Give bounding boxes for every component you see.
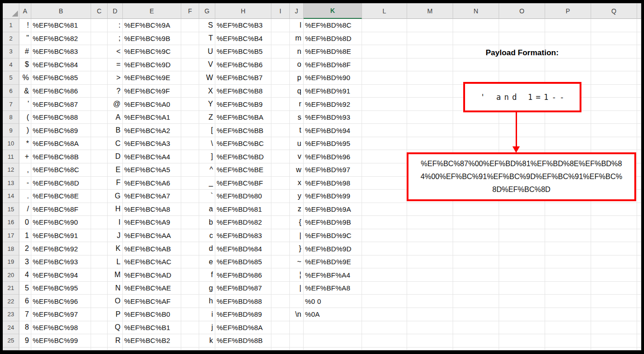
cell-O23[interactable] bbox=[499, 308, 545, 321]
cell-P16[interactable] bbox=[545, 216, 591, 229]
cell-G4[interactable]: V bbox=[199, 58, 215, 72]
cell-P25[interactable] bbox=[545, 334, 591, 348]
cell-B16[interactable]: %EF%BC%90 bbox=[31, 216, 91, 229]
cell-L21[interactable] bbox=[362, 282, 407, 295]
cell-Q19[interactable] bbox=[591, 255, 637, 269]
cell-D10[interactable]: C bbox=[108, 137, 123, 151]
cell-A24[interactable]: 8 bbox=[19, 321, 31, 335]
cell-A2[interactable]: " bbox=[19, 32, 31, 46]
row-header-24[interactable]: 24 bbox=[3, 321, 19, 335]
cell-K23[interactable]: %0A bbox=[304, 308, 362, 321]
cell-G23[interactable]: i bbox=[199, 308, 215, 321]
column-header-O[interactable]: O bbox=[499, 3, 545, 19]
cell-G15[interactable]: a bbox=[199, 203, 215, 216]
cell-H8[interactable]: %EF%BC%BA bbox=[215, 111, 271, 124]
cell-M6[interactable] bbox=[407, 85, 453, 98]
cell-D9[interactable]: B bbox=[108, 124, 123, 137]
cell-L17[interactable] bbox=[362, 229, 407, 243]
cell-M8[interactable] bbox=[407, 111, 453, 124]
cell-C20[interactable] bbox=[91, 268, 108, 282]
cell-K25[interactable] bbox=[304, 334, 362, 348]
cell-P20[interactable] bbox=[545, 268, 591, 282]
cell-N20[interactable] bbox=[453, 268, 499, 282]
cell-G24[interactable]: j bbox=[199, 321, 215, 335]
cell-D12[interactable]: E bbox=[108, 163, 123, 177]
cell-L1[interactable] bbox=[362, 19, 407, 32]
cell-E15[interactable]: %EF%BC%A8 bbox=[123, 203, 181, 216]
cell-H6[interactable]: %EF%BC%B8 bbox=[215, 85, 271, 98]
cell-A5[interactable]: % bbox=[19, 71, 31, 85]
cell-J8[interactable]: s bbox=[290, 111, 304, 124]
cell-C13[interactable] bbox=[91, 177, 108, 190]
cell-B17[interactable]: %EF%BC%91 bbox=[31, 229, 91, 243]
cell-O17[interactable] bbox=[499, 229, 545, 243]
cell-Q21[interactable] bbox=[591, 282, 637, 295]
cell-M23[interactable] bbox=[407, 308, 453, 321]
cell-M20[interactable] bbox=[407, 268, 453, 282]
column-header-L[interactable]: L bbox=[362, 3, 407, 19]
cell-A20[interactable]: 4 bbox=[19, 268, 31, 282]
cell-D22[interactable]: O bbox=[108, 295, 123, 308]
cell-F24[interactable] bbox=[181, 321, 199, 335]
cell-Q1[interactable] bbox=[591, 19, 637, 32]
row-header-9[interactable]: 9 bbox=[3, 124, 19, 137]
cell-I17[interactable] bbox=[271, 229, 290, 243]
cell-H17[interactable]: %EF%BD%83 bbox=[215, 229, 271, 243]
cell-L10[interactable] bbox=[362, 137, 407, 151]
cell-A16[interactable]: 0 bbox=[19, 216, 31, 229]
cell-J19[interactable]: ~ bbox=[290, 255, 304, 269]
row-header-8[interactable]: 8 bbox=[3, 111, 19, 124]
cell-P1[interactable] bbox=[545, 19, 591, 32]
cell-M22[interactable] bbox=[407, 295, 453, 308]
cell-F22[interactable] bbox=[181, 295, 199, 308]
cell-A8[interactable]: ( bbox=[19, 111, 31, 124]
cell-I8[interactable] bbox=[271, 111, 290, 124]
cell-M3[interactable] bbox=[407, 45, 453, 58]
cell-B18[interactable]: %EF%BC%92 bbox=[31, 242, 91, 255]
row-header-20[interactable]: 20 bbox=[3, 268, 19, 282]
cell-G5[interactable]: W bbox=[199, 71, 215, 85]
cell-O25[interactable] bbox=[499, 334, 545, 348]
cell-D21[interactable]: N bbox=[108, 282, 123, 295]
cell-O9[interactable] bbox=[499, 124, 545, 137]
cell-B1[interactable]: %EF%BC%81 bbox=[31, 19, 91, 32]
cell-N24[interactable] bbox=[453, 321, 499, 335]
cell-J23[interactable]: \n bbox=[290, 308, 304, 321]
cell-H1[interactable]: %EF%BC%B3 bbox=[215, 19, 271, 32]
cell-I10[interactable] bbox=[271, 137, 290, 151]
cell-C23[interactable] bbox=[91, 308, 108, 321]
cell-L16[interactable] bbox=[362, 216, 407, 229]
cell-I21[interactable] bbox=[271, 282, 290, 295]
cell-E11[interactable]: %EF%BC%A4 bbox=[123, 150, 181, 163]
cell-E25[interactable]: %EF%BC%B2 bbox=[123, 334, 181, 348]
cell-G13[interactable]: _ bbox=[199, 177, 215, 190]
row-header-14[interactable]: 14 bbox=[3, 190, 19, 203]
cell-O16[interactable] bbox=[499, 216, 545, 229]
cell-J9[interactable]: t bbox=[290, 124, 304, 137]
cell-L6[interactable] bbox=[362, 85, 407, 98]
cell-C15[interactable] bbox=[91, 203, 108, 216]
cell-M24[interactable] bbox=[407, 321, 453, 335]
cell-G7[interactable]: Y bbox=[199, 98, 215, 111]
cell-B3[interactable]: %EF%BC%83 bbox=[31, 45, 91, 58]
cell-K1[interactable]: %EF%BD%8C bbox=[304, 19, 362, 32]
cell-J11[interactable]: v bbox=[290, 150, 304, 163]
cell-E13[interactable]: %EF%BC%A6 bbox=[123, 177, 181, 190]
cell-B7[interactable]: %EF%BC%87 bbox=[31, 98, 91, 111]
cell-N1[interactable] bbox=[453, 19, 499, 32]
cell-M5[interactable] bbox=[407, 71, 453, 85]
cell-E6[interactable]: %EF%BC%9F bbox=[123, 85, 181, 98]
cell-N15[interactable] bbox=[453, 203, 499, 216]
cell-O10[interactable] bbox=[499, 137, 545, 151]
cell-K4[interactable]: %EF%BD%8F bbox=[304, 58, 362, 72]
cell-C3[interactable] bbox=[91, 45, 108, 58]
cell-L11[interactable] bbox=[362, 150, 407, 163]
row-header-18[interactable]: 18 bbox=[3, 242, 19, 255]
cell-L12[interactable] bbox=[362, 163, 407, 177]
cell-D14[interactable]: G bbox=[108, 190, 123, 203]
cell-I12[interactable] bbox=[271, 163, 290, 177]
cell-B2[interactable]: %EF%BC%82 bbox=[31, 32, 91, 46]
row-header-1[interactable]: 1 bbox=[3, 19, 19, 32]
cell-H21[interactable]: %EF%BD%87 bbox=[215, 282, 271, 295]
cell-O4[interactable] bbox=[499, 58, 545, 72]
